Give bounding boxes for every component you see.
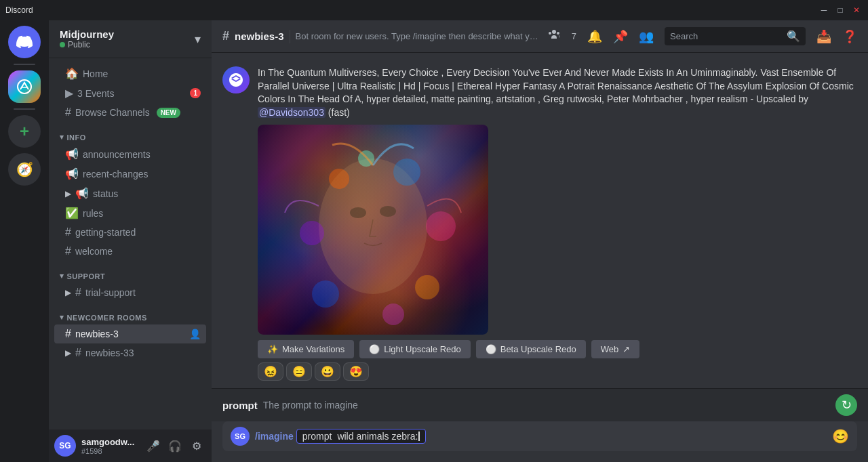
search-box[interactable]: 🔍 [665, 27, 806, 45]
refresh-button[interactable]: ↻ [835, 394, 857, 416]
svg-point-8 [312, 280, 339, 308]
server-icon-midjourney[interactable] [8, 70, 41, 103]
sparkles-icon: ✨ [267, 344, 278, 354]
svg-point-2 [350, 207, 366, 218]
sidebar-item-newbies-3[interactable]: # newbies-3 👤 [54, 324, 206, 343]
server-icon-explore[interactable]: 🧭 [8, 153, 41, 186]
header-icons: 7 🔔 📌 👥 🔍 📥 ❓ [547, 27, 857, 45]
category-support[interactable]: ▾ SUPPORT [49, 261, 212, 283]
announcements-icon: 📢 [65, 148, 79, 161]
search-icon: 🔍 [787, 30, 800, 43]
reaction-2[interactable]: 😀 [315, 362, 340, 381]
recent-changes-icon: 📢 [65, 167, 79, 180]
make-variations-button[interactable]: ✨ Make Variations [258, 340, 354, 358]
sidebar-item-rules[interactable]: ✅ rules [54, 203, 206, 223]
reaction-3[interactable]: 😍 [343, 362, 369, 381]
members-count: 7 [572, 31, 576, 41]
reactions: 😖 😑 😀 😍 [258, 362, 857, 381]
emoji-button[interactable]: 😊 [832, 428, 849, 444]
svg-point-7 [426, 211, 456, 241]
close-button[interactable]: ✕ [850, 4, 863, 16]
people-icon[interactable]: 👥 [639, 29, 654, 44]
svg-point-6 [300, 221, 324, 245]
sidebar-item-welcome[interactable]: # welcome [54, 242, 206, 261]
sidebar-item-status[interactable]: ▶ 📢 status [54, 184, 206, 203]
home-icon: 🏠 [65, 67, 79, 80]
notification-icon[interactable]: 🔔 [587, 29, 602, 44]
reaction-1[interactable]: 😑 [286, 362, 312, 381]
server-name: Midjourney [60, 28, 114, 40]
status-icon: 📢 [75, 187, 89, 200]
chevron-down-icon: ▾ [195, 32, 201, 47]
settings-button[interactable]: ⚙ [187, 436, 206, 455]
help-icon[interactable]: ❓ [842, 29, 857, 44]
svg-point-3 [380, 206, 396, 217]
minimize-button[interactable]: ─ [818, 4, 830, 16]
channel-description: Bot room for new users. Type /imagine th… [296, 31, 542, 41]
circle-icon-light: ⚪ [369, 344, 380, 354]
channel-header: # newbies-3 Bot room for new users. Type… [212, 20, 868, 53]
mention-tag[interactable]: @Davidson303 [258, 107, 326, 118]
face-svg [258, 125, 488, 335]
chevron-icon-newcomer: ▾ [60, 313, 64, 322]
category-newcomer[interactable]: ▾ NEWCOMER ROOMS [49, 302, 212, 324]
maximize-button[interactable]: □ [834, 4, 846, 16]
members-icon[interactable] [547, 28, 561, 45]
sidebar-item-browse[interactable]: # Browse Channels NEW [54, 103, 206, 122]
arrow-icon-trial: ▶ [65, 288, 71, 297]
user-tag: #1598 [81, 447, 138, 455]
image-attachment [258, 125, 488, 335]
sidebar-item-trial-support[interactable]: ▶ # trial-support [54, 283, 206, 302]
input-avatar: SG [231, 427, 250, 446]
headphone-button[interactable]: 🎧 [165, 436, 184, 455]
sidebar-item-getting-started[interactable]: # getting-started [54, 223, 206, 242]
light-upscale-redo-button[interactable]: ⚪ Light Upscale Redo [359, 340, 470, 358]
add-member-icon: 👤 [189, 329, 201, 339]
pin-icon[interactable]: 📌 [613, 29, 628, 44]
action-buttons: ✨ Make Variations ⚪ Light Upscale Redo ⚪… [258, 340, 857, 358]
svg-point-11 [382, 303, 404, 325]
sidebar-item-home[interactable]: 🏠 Home [54, 64, 206, 83]
svg-point-5 [393, 159, 420, 186]
external-link-icon: ↗ [623, 344, 630, 354]
browse-icon: # [65, 106, 71, 119]
server-divider [14, 64, 35, 65]
welcome-icon: # [65, 245, 71, 257]
sidebar-item-newbies-33[interactable]: ▶ # newbies-33 [54, 343, 206, 362]
message-item: In The Quantum Multiverses, Every Choice… [222, 64, 857, 383]
sidebar-item-announcements[interactable]: 📢 announcements [54, 144, 206, 164]
microphone-button[interactable]: 🎤 [144, 436, 163, 455]
arrow-icon-newbies33: ▶ [65, 348, 71, 358]
inbox-icon[interactable]: 📥 [816, 29, 831, 44]
input-prompt-prefix: prompt [302, 431, 332, 442]
server-icon-add[interactable]: + [8, 115, 41, 148]
message-text: In The Quantum Multiverses, Every Choice… [258, 66, 857, 119]
chevron-icon-support: ▾ [60, 272, 64, 280]
beta-upscale-redo-button[interactable]: ⚪ Beta Upscale Redo [476, 340, 586, 358]
server-icon-discord[interactable] [8, 26, 41, 58]
search-input[interactable] [670, 31, 784, 41]
user-panel: SG samgoodw... #1598 🎤 🎧 ⚙ [49, 429, 212, 462]
user-avatar: SG [54, 435, 76, 457]
input-area: SG /imagine prompt wild animals zebra: 😊 [212, 421, 868, 462]
prompt-label: prompt [222, 400, 258, 411]
events-icon: ▶ [65, 87, 73, 100]
message-avatar [222, 66, 250, 93]
getting-started-icon: # [65, 226, 71, 238]
input-field[interactable]: prompt wild animals zebra: [296, 429, 427, 444]
user-info: samgoodw... #1598 [81, 437, 138, 455]
newbies-33-icon: # [75, 347, 81, 359]
circle-icon-beta: ⚪ [486, 344, 496, 354]
titlebar: Discord ─ □ ✕ [0, 0, 868, 20]
web-button[interactable]: Web ↗ [591, 340, 640, 358]
trial-support-icon: # [75, 287, 81, 299]
category-info[interactable]: ▾ INFO [49, 122, 212, 144]
input-prefix: /imagine [255, 431, 296, 442]
newbies-3-icon: # [65, 328, 71, 340]
sidebar-item-events[interactable]: ▶ 3 Events 1 [54, 83, 206, 103]
sidebar-header[interactable]: Midjourney Public ▾ [49, 20, 212, 58]
sidebar-item-recent-changes[interactable]: 📢 recent-changes [54, 164, 206, 184]
reaction-0[interactable]: 😖 [258, 362, 283, 381]
header-divider [290, 30, 290, 43]
app-body: + 🧭 Midjourney Public ▾ 🏠 Home ▶ 3 Event… [0, 20, 868, 462]
